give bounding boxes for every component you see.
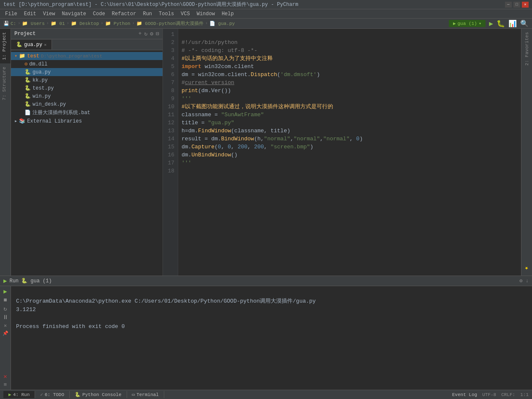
left-sidebar-tabs: 1: Project 7: Structure [0,29,11,276]
project-panel: Project + ↻ ⚙ ⊟ 🐍 gua.py ✕ ▾ 📁 test D:\p… [11,29,163,276]
run-output: C:\ProgramData\Anaconda2\python.exe C:/U… [11,286,532,390]
maximize-button[interactable]: □ [513,2,520,8]
menu-refactor[interactable]: Refactor [109,10,140,18]
bottom-tab-terminal[interactable]: ▭ Terminal [127,391,164,398]
tree-file-dmdll-label: dm.dll [29,61,47,67]
editor-area: 12345 678910 1112131415 161718 #!/usr/bi… [163,29,521,276]
tree-root[interactable]: ▾ 📁 test D:\python_program\test [11,52,163,60]
line-ending-label[interactable]: CRLF: [501,392,515,397]
tree-expand-external-icon: ▸ [14,118,17,124]
python-console-tab-label: Python Console [82,392,121,397]
run-status-icon: ▶ [3,277,7,284]
sync-icon[interactable]: ↻ [144,30,148,37]
py-icon: 🐍 [24,69,31,75]
menu-vcs[interactable]: VCS [177,10,193,18]
tree-file-guapy[interactable]: 🐍 gua.py [11,68,163,76]
bottom-tabs: ▶ 4: Run ✓ 6: TODO 🐍 Python Console ▭ Te… [3,391,164,398]
sidebar-tab-structure[interactable]: 7: Structure [0,63,11,104]
run-stop-button[interactable]: ■ [3,297,7,303]
menu-help[interactable]: Help [218,10,237,18]
run-error-icon[interactable]: ✕ [3,373,7,380]
run-play-button[interactable]: ▶ [3,288,7,295]
file-tab-guapy[interactable]: 🐍 gua.py ✕ [11,40,52,49]
debug-button[interactable]: 🐛 [497,19,505,28]
run-filter-icon[interactable]: ≡ [4,382,7,388]
search-everywhere-button[interactable]: 🔍 [520,19,529,28]
run-button[interactable]: ▶ [489,19,493,28]
window-title: test [D:\python_program\test] - C:\Users… [3,1,299,8]
menu-window[interactable]: Window [193,10,218,18]
sidebar-tab-project[interactable]: 1: Project [0,29,11,63]
tree-file-bat-label: 注册大漠插件到系统.bat [33,109,90,116]
bottom-tab-todo[interactable]: ✓ 6: TODO [35,391,70,398]
tree-file-testpy[interactable]: 🐍 test.py [11,84,163,92]
tree-file-bat[interactable]: 📄 注册大漠插件到系统.bat [11,108,163,117]
menu-run[interactable]: Run [139,10,155,18]
run-download-icon[interactable]: ↓ [526,278,529,284]
code-content[interactable]: #!/usr/bin/python # -*- coding: utf-8 -*… [178,29,521,276]
tree-file-kkpy[interactable]: 🐍 kk.py [11,76,163,84]
line-numbers: 12345 678910 1112131415 161718 [163,29,178,276]
run-pin-button[interactable]: 📌 [3,331,8,336]
menu-view[interactable]: View [40,10,59,18]
run-config-selector[interactable]: ▶ gua (1) ▾ [449,20,486,27]
collapse-icon[interactable]: ⊟ [156,30,159,37]
run-panel-header: ▶ Run 🐍 gua (1) ⚙ ↓ [0,276,532,286]
tree-external-libraries[interactable]: ▸ 📚 External Libraries [11,117,163,125]
favorites-tab[interactable]: 2: Favorites [523,29,531,69]
menu-code[interactable]: Code [90,10,109,18]
breadcrumb-01[interactable]: 📁 01 [51,21,65,26]
new-file-icon[interactable]: + [138,30,142,37]
menu-tools[interactable]: Tools [155,10,177,18]
tree-file-winpy[interactable]: 🐍 win.py [11,92,163,100]
bottom-tab-python-console[interactable]: 🐍 Python Console [70,391,127,398]
tree-file-windeskpy-label: win_desk.py [33,101,66,107]
close-tab-icon[interactable]: ✕ [44,42,46,47]
run-panel-controls: ⚙ ↓ [519,278,529,284]
settings-icon[interactable]: ⚙ [150,30,153,37]
run-panel-sidebar: ▶ ■ ↻ ⏸ ✕ 📌 ✕ ≡ [0,286,11,390]
status-bar: ▶ 4: Run ✓ 6: TODO 🐍 Python Console ▭ Te… [0,390,532,399]
breadcrumb-users[interactable]: 📁 Users [22,21,45,26]
coverage-button[interactable]: 📊 [508,19,517,28]
main-layout: 1: Project 7: Structure Project + ↻ ⚙ ⊟ … [0,29,532,276]
breadcrumb-drive[interactable]: 💾 C: [3,21,16,26]
minimize-button[interactable]: ─ [505,2,512,8]
run-tab-label: 4: Run [13,392,30,397]
breadcrumb-bar: 💾 C: › 📁 Users › 📁 01 › 📁 Desktop › 📁 Py… [0,19,532,29]
breadcrumb-good-python[interactable]: 📁 GOOD-python调用大漠插件 [136,20,204,27]
close-button[interactable]: ✕ [522,2,529,8]
run-rerun-button[interactable]: ↻ [3,305,7,312]
menu-edit[interactable]: Edit [21,10,40,18]
breadcrumb-guapy[interactable]: 📄 gua.py [209,21,235,26]
py-icon-windesk: 🐍 [24,101,31,107]
favorites-star-icon[interactable]: ★ [522,262,532,276]
breadcrumb-desktop[interactable]: 📁 Desktop [71,21,99,26]
run-close-button[interactable]: ✕ [4,322,7,329]
tree-root-name: test [27,53,39,59]
project-panel-header: Project + ↻ ⚙ ⊟ [11,29,163,39]
run-pause-button[interactable]: ⏸ [3,314,8,321]
run-panel-run-label: Run [9,278,19,284]
dll-icon: ⚙ [24,61,27,67]
run-settings-icon[interactable]: ⚙ [519,278,522,284]
file-tabs: 🐍 gua.py ✕ [11,39,163,50]
tree-file-windeskpy[interactable]: 🐍 win_desk.py [11,100,163,108]
bottom-tab-run[interactable]: ▶ 4: Run [3,391,35,398]
tree-expand-icon: ▾ [14,53,17,59]
event-log-link[interactable]: Event Log [452,392,477,397]
run-config-icon: ▶ [453,21,456,26]
run-panel-config-label: 🐍 gua (1) [21,278,52,284]
breadcrumb-python[interactable]: 📁 Python [105,21,130,26]
python-file-icon: 🐍 [16,41,22,48]
tree-file-dmdll[interactable]: ⚙ dm.dll [11,60,163,68]
run-tab-icon: ▶ [8,392,11,397]
py-icon-test: 🐍 [24,85,31,91]
menu-navigate[interactable]: Navigate [58,10,90,18]
title-bar: test [D:\python_program\test] - C:\Users… [0,0,532,9]
menu-file[interactable]: File [2,10,21,18]
python-console-tab-icon: 🐍 [75,392,81,397]
code-editor[interactable]: 12345 678910 1112131415 161718 #!/usr/bi… [163,29,521,276]
folder-icon: 📁 [19,53,25,59]
encoding-label[interactable]: UTF-8 [482,392,496,397]
